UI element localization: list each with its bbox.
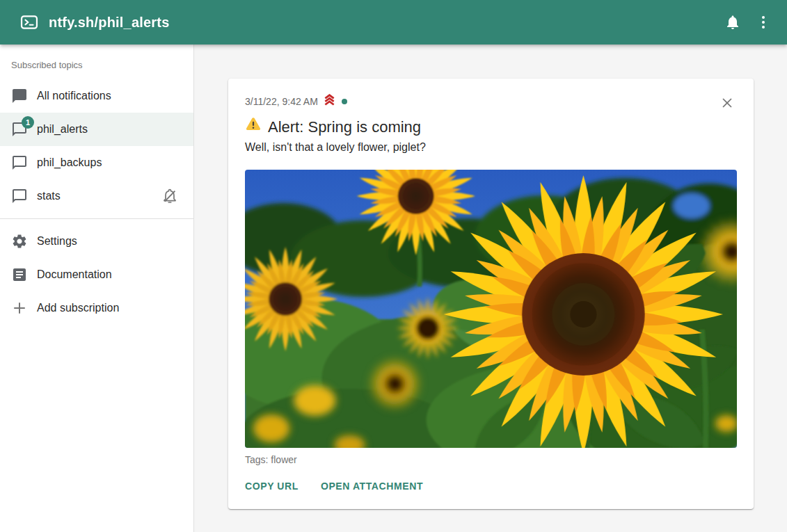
chat-bubble-outline-icon: 1: [11, 121, 28, 138]
page-title: ntfy.sh/phil_alerts: [49, 15, 169, 31]
close-notification-button[interactable]: [712, 88, 742, 118]
sidebar-item-all-notifications[interactable]: All notifications: [0, 79, 193, 113]
sidebar-item-label: Documentation: [37, 268, 112, 281]
attachment-image[interactable]: [245, 170, 737, 448]
subscribed-topics-label: Subscribed topics: [0, 49, 193, 79]
close-icon: [720, 95, 735, 111]
sidebar-item-label: phil_alerts: [37, 123, 88, 136]
notification-card: 3/11/22, 9:42 AM Alert: Spring is coming: [228, 79, 754, 509]
sidebar: Subscribed topics All notifications 1 ph…: [0, 45, 194, 532]
copy-url-button[interactable]: COPY URL: [239, 474, 304, 498]
notifications-off-icon: [161, 188, 178, 204]
sidebar-item-documentation[interactable]: Documentation: [0, 258, 193, 291]
timestamp: 3/11/22, 9:42 AM: [245, 95, 318, 108]
tags-label: Tags: flower: [245, 453, 737, 466]
notification-title: Alert: Spring is coming: [268, 117, 421, 138]
chat-bubble-filled-icon: [11, 88, 28, 104]
sidebar-divider: [0, 218, 193, 219]
bell-icon: [724, 14, 741, 31]
settings-gear-icon: [11, 233, 28, 250]
sidebar-item-label: phil_backups: [37, 156, 102, 169]
sidebar-item-phil-alerts[interactable]: 1 phil_alerts: [0, 113, 193, 146]
sidebar-item-label: Settings: [37, 235, 77, 248]
overflow-menu-button[interactable]: [748, 7, 779, 38]
unread-dot-icon: [342, 99, 347, 104]
sidebar-item-settings[interactable]: Settings: [0, 225, 193, 258]
main-content: 3/11/22, 9:42 AM Alert: Spring is coming: [195, 45, 787, 532]
sidebar-item-add-subscription[interactable]: Add subscription: [0, 291, 193, 325]
notification-body: Well, isn't that a lovely flower, piglet…: [245, 139, 737, 156]
app-bar: ntfy.sh/phil_alerts: [0, 0, 787, 45]
unread-count-badge: 1: [22, 116, 34, 129]
more-vert-icon: [755, 14, 772, 31]
chat-bubble-outline-icon: [11, 188, 28, 204]
sidebar-item-phil-backups[interactable]: phil_backups: [0, 146, 193, 179]
article-icon: [11, 266, 28, 283]
notification-meta-row: 3/11/22, 9:42 AM: [245, 92, 737, 111]
sidebar-item-label: All notifications: [37, 90, 111, 102]
plus-icon: [11, 300, 28, 316]
sidebar-item-label: Add subscription: [37, 302, 119, 314]
card-actions: COPY URL OPEN ATTACHMENT: [239, 474, 737, 498]
notifications-button[interactable]: [717, 7, 748, 38]
priority-max-icon: [322, 92, 337, 111]
notification-title-row: Alert: Spring is coming: [245, 116, 737, 138]
open-attachment-button[interactable]: OPEN ATTACHMENT: [315, 474, 429, 498]
chat-bubble-outline-icon: [11, 154, 28, 171]
warning-emoji-icon: [245, 116, 262, 138]
ntfy-terminal-logo-icon: [19, 13, 39, 32]
sidebar-item-label: stats: [37, 190, 61, 202]
sidebar-item-stats[interactable]: stats: [0, 179, 193, 213]
